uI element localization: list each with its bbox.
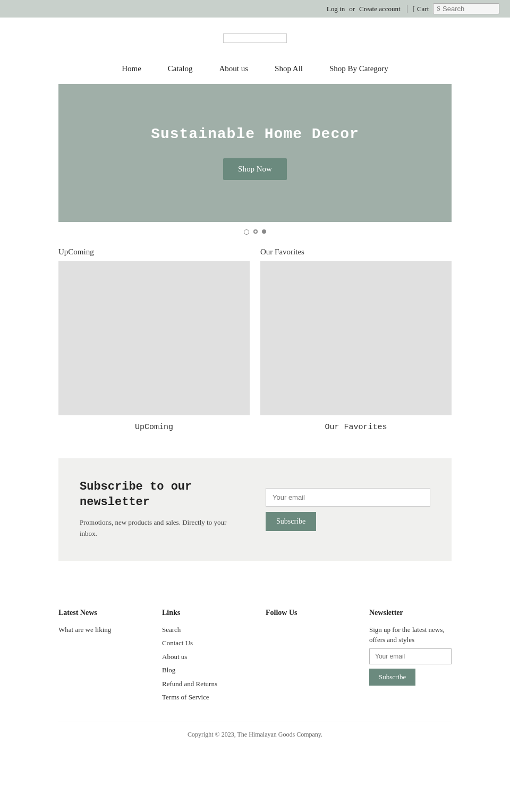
footer-news-item: What are we liking <box>58 626 111 634</box>
main-nav: Home Catalog About us Shop All Shop By C… <box>0 48 510 84</box>
search-box: S <box>433 3 499 14</box>
footer-link-search[interactable]: Search <box>162 625 244 635</box>
or-separator: or <box>349 5 355 13</box>
carousel-dot-1[interactable] <box>244 229 249 235</box>
favorites-header: Our Favorites <box>260 247 452 261</box>
footer-newsletter-description: Sign up for the latest news, offers and … <box>369 625 452 645</box>
footer-link-tos[interactable]: Terms of Service <box>162 692 244 703</box>
nav-shop-by-category[interactable]: Shop By Category <box>329 64 388 73</box>
footer-link-contact[interactable]: Contact Us <box>162 638 244 648</box>
footer-links: Links Search Contact Us About us Blog Re… <box>162 609 244 706</box>
cart-label: Cart <box>417 5 429 13</box>
footer-follow-heading: Follow Us <box>266 609 348 617</box>
newsletter-subscribe-button[interactable]: Subscribe <box>266 512 316 531</box>
carousel-dots <box>0 222 510 242</box>
cart-link[interactable]: [ Cart <box>407 5 429 13</box>
upcoming-collection: UpComing UpComing <box>58 247 250 442</box>
hero-banner: Sustainable Home Decor Shop Now <box>58 84 452 222</box>
cart-bracket: [ <box>413 5 415 13</box>
carousel-dot-3[interactable] <box>262 229 266 234</box>
footer: Latest News What are we liking Links Sea… <box>0 587 510 749</box>
footer-copyright: Copyright © 2023, The Himalayan Goods Co… <box>58 722 452 739</box>
nav-catalog[interactable]: Catalog <box>168 64 193 73</box>
upcoming-label: UpComing <box>58 415 250 442</box>
footer-follow: Follow Us <box>266 609 348 706</box>
newsletter-title: Subscribe to our newsletter <box>80 480 244 510</box>
login-link[interactable]: Log in <box>327 5 345 13</box>
newsletter-description: Promotions, new products and sales. Dire… <box>80 517 244 540</box>
shop-now-button[interactable]: Shop Now <box>223 158 287 180</box>
upcoming-image <box>58 261 250 415</box>
footer-latest-news: Latest News What are we liking <box>58 609 141 706</box>
footer-link-refund[interactable]: Refund and Returns <box>162 679 244 689</box>
newsletter-section: Subscribe to our newsletter Promotions, … <box>58 458 452 561</box>
footer-link-blog[interactable]: Blog <box>162 665 244 676</box>
favorites-label: Our Favorites <box>260 415 452 442</box>
logo-area <box>0 18 510 48</box>
footer-latest-news-heading: Latest News <box>58 609 141 617</box>
newsletter-form: Subscribe <box>266 488 430 531</box>
nav-about[interactable]: About us <box>219 64 248 73</box>
newsletter-text: Subscribe to our newsletter Promotions, … <box>80 480 244 540</box>
collections-section: UpComing UpComing Our Favorites Our Favo… <box>58 247 452 442</box>
hero-title: Sustainable Home Decor <box>151 126 359 142</box>
favorites-image <box>260 261 452 415</box>
create-account-link[interactable]: Create account <box>359 5 401 13</box>
footer-links-heading: Links <box>162 609 244 617</box>
favorites-collection: Our Favorites Our Favorites <box>260 247 452 442</box>
search-input[interactable] <box>443 5 496 13</box>
logo <box>223 33 287 43</box>
newsletter-email-input[interactable] <box>266 488 430 507</box>
nav-home[interactable]: Home <box>122 64 141 73</box>
nav-shop-all[interactable]: Shop All <box>275 64 303 73</box>
carousel-dot-2[interactable] <box>253 229 258 234</box>
footer-newsletter-heading: Newsletter <box>369 609 452 617</box>
top-bar: Log in or Create account [ Cart S <box>0 0 510 18</box>
footer-subscribe-button[interactable]: Subscribe <box>369 669 415 686</box>
upcoming-header: UpComing <box>58 247 250 261</box>
footer-columns: Latest News What are we liking Links Sea… <box>58 609 452 706</box>
footer-link-about[interactable]: About us <box>162 652 244 662</box>
footer-newsletter: Newsletter Sign up for the latest news, … <box>369 609 452 706</box>
footer-newsletter-email[interactable] <box>369 648 452 664</box>
search-icon: S <box>437 5 440 13</box>
